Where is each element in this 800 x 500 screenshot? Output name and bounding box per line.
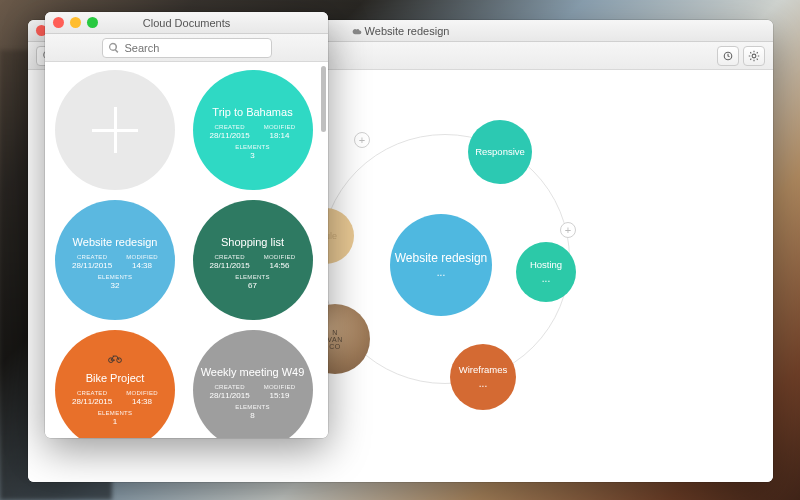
panel-toolbar	[45, 34, 328, 62]
elements-label: ELEMENTS	[235, 144, 270, 150]
modified-label: MODIFIED	[264, 384, 296, 390]
created-label: CREATED	[214, 254, 244, 260]
elements-value: 3	[250, 151, 254, 160]
created-label: CREATED	[214, 124, 244, 130]
elements-value: 1	[113, 417, 117, 426]
modified-value: 15:19	[270, 391, 290, 400]
modified-label: MODIFIED	[126, 390, 158, 396]
node-hosting[interactable]: Hosting ...	[516, 242, 576, 302]
add-node-button[interactable]: +	[560, 222, 576, 238]
elements-label: ELEMENTS	[235, 274, 270, 280]
document-bubble[interactable]: Bike ProjectCREATED28/11/2015MODIFIED14:…	[55, 330, 175, 438]
node-label: Website redesign	[395, 252, 488, 266]
document-bubble[interactable]: Shopping listCREATED28/11/2015MODIFIED14…	[193, 200, 313, 320]
svg-point-3	[117, 358, 122, 363]
cloud-documents-window: Cloud Documents Trip to BahamasCREATED28…	[45, 12, 328, 438]
share-icon	[722, 50, 734, 62]
panel-titlebar[interactable]: Cloud Documents	[45, 12, 328, 34]
documents-grid: Trip to BahamasCREATED28/11/2015MODIFIED…	[45, 62, 328, 438]
doc-title: Shopping list	[221, 236, 284, 248]
modified-value: 14:38	[132, 261, 152, 270]
svg-point-1	[752, 54, 756, 58]
desktop-wallpaper: Website redesign + + + NVANCO	[0, 0, 800, 500]
created-value: 28/11/2015	[210, 131, 250, 140]
document-bubble[interactable]: Trip to BahamasCREATED28/11/2015MODIFIED…	[193, 70, 313, 190]
created-label: CREATED	[214, 384, 244, 390]
modified-label: MODIFIED	[264, 254, 296, 260]
node-wireframes[interactable]: Wireframes ...	[450, 344, 516, 410]
elements-label: ELEMENTS	[98, 274, 133, 280]
settings-button[interactable]	[743, 46, 765, 66]
gear-icon	[748, 50, 760, 62]
created-value: 28/11/2015	[72, 261, 112, 270]
documents-scroll[interactable]: Trip to BahamasCREATED28/11/2015MODIFIED…	[45, 62, 328, 438]
panel-window-title: Cloud Documents	[45, 17, 328, 29]
node-label: Wireframes	[459, 365, 508, 376]
node-responsive[interactable]: Responsive	[468, 120, 532, 184]
scrollbar-thumb[interactable]	[321, 66, 326, 132]
created-value: 28/11/2015	[210, 391, 250, 400]
document-bubble[interactable]: Weekly meeting W49CREATED28/11/2015MODIF…	[193, 330, 313, 438]
modified-value: 14:38	[132, 397, 152, 406]
doc-title: Trip to Bahamas	[212, 106, 292, 118]
share-button[interactable]	[717, 46, 739, 66]
add-node-button[interactable]: +	[354, 132, 370, 148]
node-label: Hosting	[530, 260, 562, 271]
created-label: CREATED	[77, 390, 107, 396]
created-value: 28/11/2015	[210, 261, 250, 270]
modified-value: 18:14	[270, 131, 290, 140]
node-more: ...	[437, 267, 445, 278]
doc-title: Weekly meeting W49	[201, 366, 305, 378]
created-value: 28/11/2015	[72, 397, 112, 406]
center-node[interactable]: Website redesign ...	[390, 214, 492, 316]
elements-value: 32	[111, 281, 120, 290]
document-bubble[interactable]: Website redesignCREATED28/11/2015MODIFIE…	[55, 200, 175, 320]
doc-title: Website redesign	[73, 236, 158, 248]
elements-value: 67	[248, 281, 257, 290]
bike-icon	[108, 354, 122, 364]
node-label: Responsive	[475, 147, 525, 158]
node-more: ...	[479, 378, 487, 389]
doc-title: Bike Project	[86, 372, 145, 384]
elements-label: ELEMENTS	[235, 404, 270, 410]
node-more: ...	[542, 273, 550, 284]
cloud-icon	[352, 26, 362, 36]
panel-search-input[interactable]	[125, 42, 265, 54]
created-label: CREATED	[77, 254, 107, 260]
modified-label: MODIFIED	[126, 254, 158, 260]
elements-value: 8	[250, 411, 254, 420]
modified-value: 14:56	[270, 261, 290, 270]
new-document-button[interactable]	[55, 70, 175, 190]
panel-search[interactable]	[102, 38, 272, 58]
modified-label: MODIFIED	[264, 124, 296, 130]
elements-label: ELEMENTS	[98, 410, 133, 416]
search-icon	[108, 42, 120, 54]
